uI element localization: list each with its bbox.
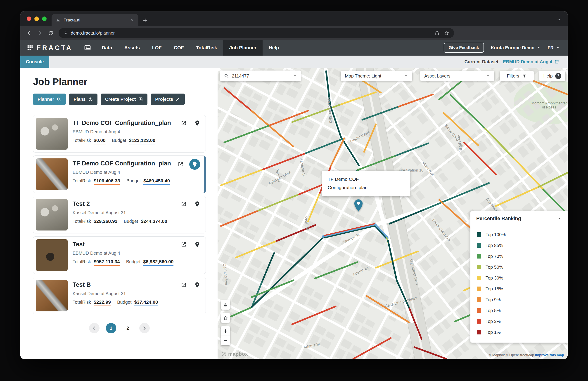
planner-tab-button[interactable]: Planner	[33, 94, 66, 105]
plan-card[interactable]: Test EBMUD Demo at Aug 4 TotalRisk $957,…	[33, 236, 206, 274]
nav-job-planner[interactable]: Job Planner	[223, 40, 263, 56]
nav-data[interactable]: Data	[96, 40, 118, 56]
create-project-plus-icon	[138, 97, 143, 102]
totalrisk-value: $0.00	[94, 138, 105, 144]
plans-tab-button[interactable]: Plans	[69, 94, 97, 105]
plan-subtitle: EBMUD Demo at Aug 4	[73, 170, 201, 175]
page-1[interactable]: 1	[106, 323, 116, 333]
funnel-icon	[522, 74, 527, 79]
percentile-legend: Percentile Ranking Top 100% Top 85% Top …	[470, 211, 568, 342]
asset-search-box[interactable]: 2114477	[220, 71, 301, 81]
plan-card[interactable]: Test B Kassel Demo at August 31 TotalRis…	[33, 277, 206, 314]
favicon	[56, 18, 61, 23]
locate-plan-pin-icon[interactable]	[192, 199, 202, 209]
legend-swatch	[477, 308, 481, 313]
map-help-button[interactable]: Help ?	[539, 71, 565, 81]
open-plan-icon[interactable]	[179, 240, 189, 249]
fracta-brand[interactable]: FRACTA	[20, 40, 79, 56]
plan-card-selected[interactable]: TF Demo COF Configuration_plan EBMUD Dem…	[33, 156, 206, 193]
open-plan-icon[interactable]	[179, 119, 189, 128]
browser-tab[interactable]: Fracta.ai	[52, 14, 138, 26]
map-marker-pin[interactable]	[353, 199, 364, 213]
back-button[interactable]	[26, 30, 32, 36]
open-plan-icon[interactable]	[179, 199, 189, 209]
minimize-window-button[interactable]	[34, 17, 39, 21]
asset-layers-dropdown[interactable]: Asset Layers	[420, 71, 494, 81]
open-plan-icon[interactable]	[179, 280, 189, 290]
legend-item: Top 1%	[477, 327, 568, 338]
open-plan-icon[interactable]	[176, 160, 185, 169]
nav-totalrisk[interactable]: TotalRisk	[190, 40, 223, 56]
legend-item: Top 15%	[477, 283, 568, 294]
account-menu[interactable]: Kurita Europe Demo	[491, 45, 541, 50]
locate-plan-pin-icon[interactable]	[192, 240, 202, 249]
plan-card[interactable]: Test 2 Kassel Demo at August 31 TotalRis…	[33, 196, 206, 233]
map-view-icon[interactable]	[79, 40, 96, 56]
zoom-window-button[interactable]	[42, 17, 47, 21]
plan-thumbnail	[36, 239, 68, 271]
filters-button[interactable]: Filters	[500, 71, 534, 81]
home-extent-button[interactable]	[221, 313, 230, 323]
locate-plan-pin-icon[interactable]	[192, 280, 202, 290]
page-2[interactable]: 2	[123, 323, 133, 333]
browser-tab-strip: Fracta.ai	[20, 11, 568, 26]
plans-clock-icon	[88, 97, 93, 102]
chevron-down-icon	[404, 74, 408, 78]
pagination: 1 2	[33, 323, 206, 333]
chevron-down-icon	[556, 46, 560, 50]
lock-extent-button[interactable]	[221, 300, 230, 310]
projects-tab-button[interactable]: Projects	[151, 94, 185, 105]
chevron-down-icon[interactable]	[557, 216, 562, 221]
mapbox-attribution[interactable]: © Mapbox	[489, 353, 505, 357]
map-theme-dropdown[interactable]: Map Theme: Light	[341, 71, 412, 81]
window-controls[interactable]	[20, 11, 52, 26]
zoom-out-button[interactable]	[221, 336, 230, 345]
nav-cof[interactable]: COF	[168, 40, 190, 56]
map-canvas[interactable]: MacArthur Blvd Oakland Ave Harrison St F…	[218, 68, 568, 359]
current-dataset-label: Current Dataset	[464, 59, 499, 64]
reload-button[interactable]	[48, 30, 54, 36]
totalrisk-value: $222.99	[94, 300, 111, 306]
url-text: demo.fracta.io/planner	[71, 31, 115, 36]
create-project-button[interactable]: Create Project	[101, 94, 148, 105]
close-window-button[interactable]	[27, 17, 31, 21]
locate-plan-pin-icon-active[interactable]	[189, 159, 200, 170]
budget-value: $123,123.00	[129, 138, 155, 144]
forward-button[interactable]	[37, 30, 43, 36]
improve-map-link[interactable]: Improve this map	[535, 353, 564, 357]
plan-thumbnail	[36, 280, 68, 311]
plan-card[interactable]: TF Demo COF Configuration_plan EBMUD Dem…	[33, 115, 206, 153]
close-tab-icon[interactable]	[130, 18, 134, 22]
zoom-in-button[interactable]	[221, 326, 230, 336]
question-icon: ?	[555, 73, 561, 79]
bookmark-star-icon[interactable]	[444, 31, 449, 36]
prev-page-button[interactable]	[89, 323, 100, 333]
dataset-link[interactable]: EBMUD Demo at Aug 4	[503, 59, 559, 64]
lock-icon	[63, 31, 68, 35]
legend-swatch	[477, 286, 481, 291]
fracta-logo-icon	[27, 44, 33, 51]
nav-assets[interactable]: Assets	[118, 40, 146, 56]
plan-thumbnail	[36, 118, 68, 150]
search-value: 2114477	[232, 73, 249, 79]
share-icon[interactable]	[435, 31, 440, 36]
address-bar[interactable]: demo.fracta.io/planner	[59, 28, 454, 38]
tab-search-chevron-icon[interactable]	[556, 17, 561, 22]
browser-window: Fracta.ai demo.fracta.io/planner FRACTA …	[20, 11, 568, 359]
new-tab-button[interactable]	[143, 18, 148, 23]
legend-swatch	[477, 330, 481, 334]
projects-pencil-icon	[175, 97, 180, 102]
totalrisk-value: $29,268.92	[94, 219, 117, 225]
totalrisk-label: TotalRisk	[73, 219, 91, 224]
next-page-button[interactable]	[139, 323, 150, 333]
osm-attribution[interactable]: © OpenStreetMap	[506, 353, 534, 357]
chevron-down-icon[interactable]	[293, 74, 297, 78]
language-menu[interactable]: FR	[547, 45, 560, 50]
external-link-icon	[554, 60, 559, 64]
nav-lof[interactable]: LOF	[146, 40, 168, 56]
nav-help[interactable]: Help	[263, 40, 285, 56]
console-tab[interactable]: Console	[20, 56, 49, 68]
locate-plan-pin-icon[interactable]	[192, 119, 202, 128]
give-feedback-button[interactable]: Give Feedback	[444, 43, 484, 53]
budget-value: $469,450.40	[143, 178, 170, 185]
